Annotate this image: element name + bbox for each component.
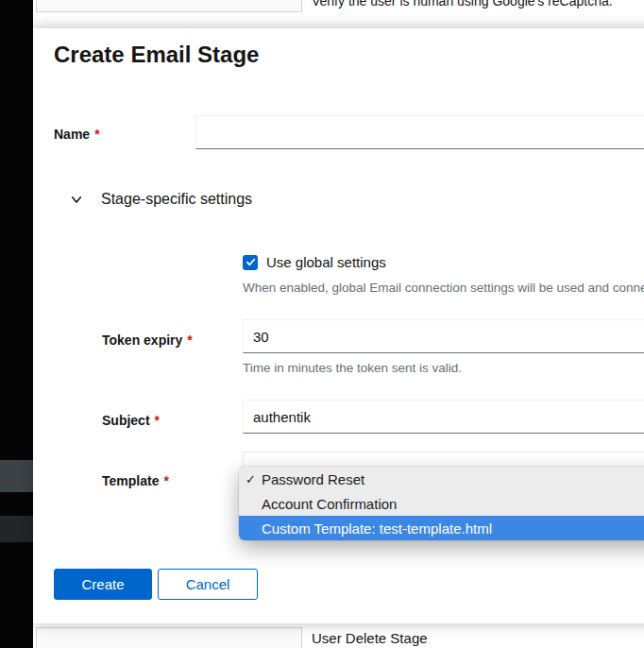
name-input[interactable]: [195, 115, 644, 149]
app-sidebar: [0, 0, 33, 648]
subject-label-text: Subject: [102, 413, 150, 428]
subject-label: Subject*: [102, 413, 160, 428]
background-table-cell: [36, 0, 302, 12]
required-marker: *: [163, 473, 168, 488]
required-marker: *: [187, 333, 192, 348]
dropdown-option-account-confirmation[interactable]: Account Confirmation: [239, 491, 644, 516]
name-label: Name*: [54, 127, 100, 142]
name-label-text: Name: [54, 127, 90, 142]
modal-title: Create Email Stage: [54, 42, 259, 68]
background-text-recaptcha: Verify the user is human using Google's …: [312, 0, 613, 9]
subject-input[interactable]: [243, 400, 644, 434]
use-global-settings-label: Use global settings: [266, 254, 386, 270]
background-text-user-delete-stage: User Delete Stage: [312, 630, 428, 646]
option-label: Custom Template: test-template.html: [262, 520, 492, 537]
required-marker: *: [94, 127, 99, 142]
use-global-settings-checkbox[interactable]: [243, 255, 258, 270]
template-label: Template*: [102, 473, 169, 488]
sidebar-item: [0, 460, 33, 492]
dropdown-option-custom-template[interactable]: Custom Template: test-template.html: [239, 516, 644, 540]
chevron-down-icon: [69, 192, 84, 207]
create-email-stage-modal: Create Email Stage Name* Stage-specific …: [33, 28, 644, 623]
use-global-settings-row: Use global settings: [243, 254, 386, 270]
template-dropdown-menu: ✓ Password Reset Account Confirmation Cu…: [239, 467, 644, 540]
background-page-top: Verify the user is human using Google's …: [33, 0, 644, 28]
token-expiry-label: Token expiry*: [102, 333, 193, 348]
background-page-bottom: User Delete Stage: [33, 623, 644, 648]
use-global-settings-help: When enabled, global Email connection se…: [243, 281, 644, 295]
create-button[interactable]: Create: [54, 569, 152, 600]
template-label-text: Template: [102, 473, 159, 488]
stage-settings-toggle[interactable]: Stage-specific settings: [69, 187, 252, 212]
section-title: Stage-specific settings: [101, 191, 252, 208]
token-expiry-label-text: Token expiry: [102, 333, 182, 348]
background-table-cell: [36, 627, 302, 648]
sidebar-item: [0, 516, 33, 542]
required-marker: *: [155, 413, 160, 428]
check-icon: ✓: [246, 472, 262, 486]
token-expiry-help: Time in minutes the token sent is valid.: [243, 361, 462, 375]
option-label: Account Confirmation: [262, 496, 397, 512]
token-expiry-input[interactable]: [243, 319, 644, 353]
option-label: Password Reset: [262, 471, 364, 487]
dropdown-option-password-reset[interactable]: ✓ Password Reset: [239, 467, 644, 491]
cancel-button[interactable]: Cancel: [158, 569, 258, 600]
